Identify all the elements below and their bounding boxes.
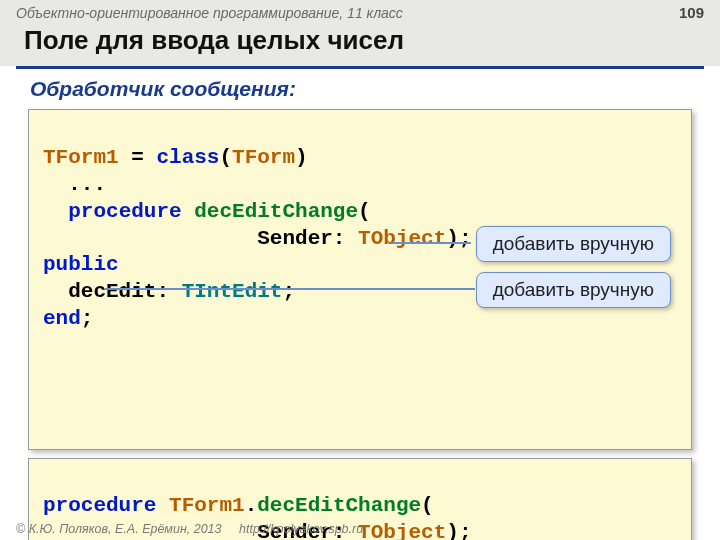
callout-add-manually-1: добавить вручную bbox=[476, 226, 671, 262]
callout-connector bbox=[391, 242, 471, 244]
code-text: ) bbox=[295, 146, 308, 169]
code-text: class bbox=[156, 146, 219, 169]
footer: © К.Ю. Поляков, Е.А. Ерёмин, 2013 http:/… bbox=[16, 522, 363, 536]
code-text: TForm bbox=[232, 146, 295, 169]
code-text: ; bbox=[81, 307, 94, 330]
code-text: TObject bbox=[358, 227, 446, 250]
code-text: ; bbox=[282, 280, 295, 303]
code-text: ( bbox=[421, 494, 434, 517]
code-text: decEditChange bbox=[257, 494, 421, 517]
code-text: TForm1 bbox=[169, 494, 245, 517]
code-text: ); bbox=[446, 521, 471, 540]
code-text: end bbox=[43, 307, 81, 330]
code-text: ( bbox=[358, 200, 371, 223]
callout-connector bbox=[105, 288, 475, 290]
subtitle: Обработчик сообщения: bbox=[0, 69, 720, 109]
code-text: Sender: bbox=[43, 227, 358, 250]
footer-url: http://kpolyakov.spb.ru bbox=[239, 522, 363, 536]
code-text: TObject bbox=[358, 521, 446, 540]
code-text: = bbox=[119, 146, 157, 169]
page-number: 109 bbox=[679, 4, 704, 21]
footer-copyright: © К.Ю. Поляков, Е.А. Ерёмин, 2013 bbox=[16, 522, 222, 536]
code-text: TIntEdit bbox=[182, 280, 283, 303]
code-text: public bbox=[43, 253, 119, 276]
code-text: decEditChange bbox=[194, 200, 358, 223]
code-text bbox=[43, 200, 68, 223]
code-text: ( bbox=[219, 146, 232, 169]
code-block-declaration: TForm1 = class(TForm) ... procedure decE… bbox=[28, 109, 692, 450]
code-text: . bbox=[245, 494, 258, 517]
code-text: TForm1 bbox=[43, 146, 119, 169]
code-text: decEdit: bbox=[43, 280, 182, 303]
code-text bbox=[156, 494, 169, 517]
course-label: Объектно-ориентированное программировани… bbox=[16, 5, 403, 21]
title-wrap: Поле для ввода целых чисел bbox=[0, 23, 720, 66]
code-text bbox=[182, 200, 195, 223]
page-title: Поле для ввода целых чисел bbox=[16, 23, 704, 62]
header-band: Объектно-ориентированное программировани… bbox=[0, 0, 720, 23]
code-text: ); bbox=[446, 227, 471, 250]
code-text: ... bbox=[43, 173, 119, 196]
callout-add-manually-2: добавить вручную bbox=[476, 272, 671, 308]
code-text: procedure bbox=[68, 200, 181, 223]
code-text: procedure bbox=[43, 494, 156, 517]
